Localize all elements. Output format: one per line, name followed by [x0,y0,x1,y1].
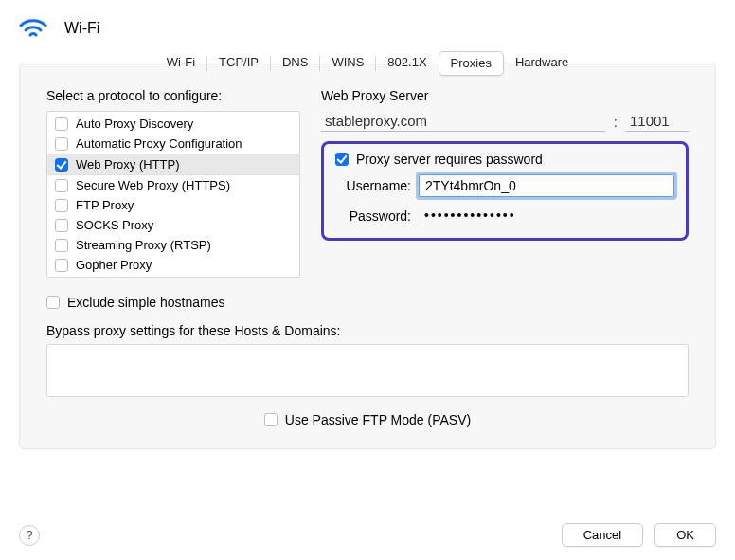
password-label: Password: [335,208,411,224]
username-input[interactable] [419,174,674,197]
window-header: Wi-Fi [19,17,716,40]
help-button[interactable]: ? [19,525,40,546]
protocol-label: Automatic Proxy Configuration [76,136,242,151]
protocol-label: FTP Proxy [76,198,134,212]
cancel-button[interactable]: Cancel [562,523,643,547]
protocol-checkbox[interactable] [55,239,68,252]
protocol-row[interactable]: Web Proxy (HTTP) [47,154,299,175]
tab-dns[interactable]: DNS [271,51,319,76]
ok-button[interactable]: OK [654,523,716,547]
tab-wifi[interactable]: Wi-Fi [155,51,206,76]
protocol-checkbox[interactable] [55,117,68,131]
settings-panel: Select a protocol to configure: Auto Pro… [19,63,716,449]
proxy-port-input[interactable] [626,111,689,132]
exclude-hostnames-checkbox[interactable] [46,296,60,309]
tab-tcpip[interactable]: TCP/IP [207,51,270,76]
bypass-hosts-textarea[interactable] [46,344,689,397]
host-port-separator: : [611,114,620,130]
protocol-label: SOCKS Proxy [76,218,153,232]
protocol-select-label: Select a protocol to configure: [46,88,300,103]
protocol-checkbox[interactable] [55,199,68,212]
protocol-row[interactable]: Gopher Proxy [47,255,299,275]
protocol-label: Auto Proxy Discovery [76,117,193,131]
tab-8021x[interactable]: 802.1X [376,51,438,76]
bypass-label: Bypass proxy settings for these Hosts & … [46,323,689,338]
protocol-checkbox[interactable] [55,179,68,192]
username-label: Username: [335,178,411,193]
server-section-label: Web Proxy Server [321,88,689,103]
requires-password-label: Proxy server requires password [356,152,543,167]
protocol-label: Secure Web Proxy (HTTPS) [76,178,230,192]
protocol-list[interactable]: Auto Proxy DiscoveryAutomatic Proxy Conf… [46,111,300,278]
pasv-label: Use Passive FTP Mode (PASV) [285,412,471,427]
protocol-label: Gopher Proxy [76,258,152,272]
protocol-checkbox[interactable] [55,219,68,232]
proxy-host-input[interactable] [321,111,605,132]
exclude-hostnames-label: Exclude simple hostnames [67,295,225,310]
protocol-row[interactable]: Automatic Proxy Configuration [47,134,299,154]
protocol-label: Web Proxy (HTTP) [76,157,180,172]
protocol-label: Streaming Proxy (RTSP) [76,238,211,252]
protocol-checkbox[interactable] [55,137,68,151]
protocol-row[interactable]: Secure Web Proxy (HTTPS) [47,175,299,195]
tab-hardware[interactable]: Hardware [504,51,580,76]
protocol-checkbox[interactable] [55,259,68,272]
auth-highlight-box: Proxy server requires password Username:… [321,141,689,241]
pasv-checkbox[interactable] [264,413,278,426]
requires-password-checkbox[interactable] [335,153,349,166]
tab-wins[interactable]: WINS [320,51,375,76]
password-input[interactable] [419,205,674,226]
tab-proxies[interactable]: Proxies [439,51,504,76]
protocol-checkbox[interactable] [55,158,68,172]
protocol-row[interactable]: SOCKS Proxy [47,215,299,235]
protocol-row[interactable]: FTP Proxy [47,195,299,215]
window-title: Wi-Fi [64,20,99,37]
footer-bar: ? Cancel OK [19,523,716,547]
protocol-row[interactable]: Auto Proxy Discovery [47,114,299,134]
tab-bar: Wi-FiTCP/IPDNSWINS802.1XProxiesHardware [155,51,581,76]
wifi-icon [19,17,47,40]
protocol-row[interactable]: Streaming Proxy (RTSP) [47,235,299,255]
